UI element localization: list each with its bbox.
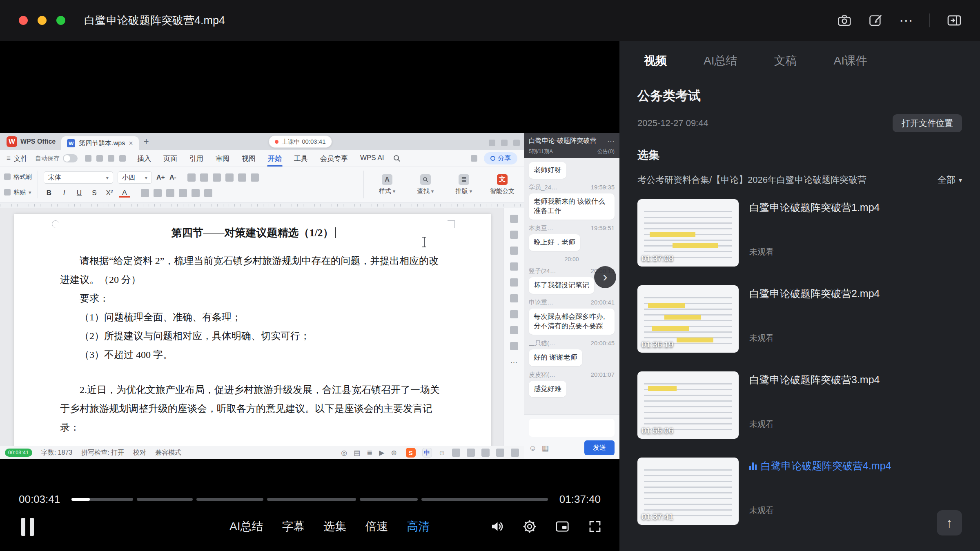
notes-button[interactable] bbox=[868, 13, 883, 28]
episode-item-2[interactable]: 01:36:19 白鹭申论破题阵突破营2.mp4 未观看 bbox=[619, 280, 980, 366]
menu-item-tools: 工具 bbox=[293, 151, 309, 166]
text-cursor bbox=[335, 227, 336, 238]
fullscreen-button[interactable] bbox=[588, 519, 602, 534]
episode-item-3[interactable]: 01:55:06 白鹭申论破题阵突破营3.mp4 未观看 bbox=[619, 366, 980, 452]
class-badge-label: 上课中 00:03:41 bbox=[282, 138, 326, 146]
chat-sender: 学员_24… bbox=[529, 184, 557, 191]
zoom-window-button[interactable] bbox=[56, 16, 65, 25]
recording-dot-icon bbox=[275, 140, 278, 144]
hamburger-icon: ≡ bbox=[7, 154, 11, 162]
side-tool-icon bbox=[510, 294, 518, 302]
document-text: 第四节——对策建议题精选（1/2） 请根据“给定资料 2”，梳理当前宽石镇乡村旅… bbox=[60, 225, 447, 437]
highlight-icon bbox=[204, 189, 212, 197]
pause-button[interactable] bbox=[21, 518, 38, 536]
outline-view-icon: ≣ bbox=[367, 449, 372, 456]
ai-summary-button[interactable]: AI总结 bbox=[229, 519, 263, 534]
apps-grid-icon bbox=[496, 449, 504, 457]
wps-logo-icon: W bbox=[7, 136, 17, 147]
speed-button[interactable]: 倍速 bbox=[365, 519, 388, 534]
typeset-label: 排版 bbox=[456, 187, 468, 195]
sidebar-collapse-button[interactable]: › bbox=[594, 266, 616, 288]
chat-bubble: 晚上好，老师 bbox=[529, 234, 580, 251]
episode-status: 未观看 bbox=[749, 505, 891, 516]
menu-item-insert: 插入 bbox=[136, 151, 152, 166]
tab-video[interactable]: 视频 bbox=[644, 53, 667, 69]
chat-bubble: 感觉好难 bbox=[529, 381, 566, 398]
compat-mode-label: 兼容模式 bbox=[155, 449, 181, 457]
arrow-up-icon: ↑ bbox=[946, 515, 953, 531]
chat-time: 20:01:07 bbox=[591, 371, 615, 379]
autosave-toggle bbox=[63, 154, 78, 162]
live-chat-panel: 白鹭申论·破题阵突破营 ⋯ 5期/11期A 公告(0) 老师好呀 学员_24… … bbox=[524, 133, 619, 459]
screenshot-button[interactable] bbox=[837, 13, 852, 28]
settings-button[interactable] bbox=[522, 519, 537, 534]
caret-down-icon: ▾ bbox=[431, 188, 434, 194]
menu-item-page: 页面 bbox=[163, 151, 178, 166]
smart-doc-button: 文 智能公文 bbox=[485, 169, 520, 200]
filter-dropdown[interactable]: 全部 ▾ bbox=[938, 174, 962, 186]
sidebar-toggle-button[interactable] bbox=[947, 13, 962, 28]
fit-window-icon bbox=[511, 449, 519, 457]
read-view-icon: ◎ bbox=[341, 449, 347, 456]
chat-sender: 本奥豆… bbox=[529, 224, 553, 232]
play-view-icon: ▶ bbox=[379, 449, 384, 456]
undo-icon bbox=[108, 155, 114, 162]
typeset-button: ≣ 排版 ▾ bbox=[446, 169, 481, 200]
episode-item-1[interactable]: 01:37:08 白鹭申论破题阵突破营1.mp4 未观看 bbox=[619, 193, 980, 280]
minimize-window-button[interactable] bbox=[38, 16, 47, 25]
chat-bubble: 坏了我都没记笔记 bbox=[529, 277, 594, 294]
class-timer-badge: 00:03:41 bbox=[5, 449, 32, 457]
open-file-location-button[interactable]: 打开文件位置 bbox=[893, 114, 962, 132]
file-date: 2025-12-27 09:44 bbox=[637, 118, 708, 129]
video-surface[interactable]: W WPS Office W 第四节题本.wps × + 上课中 00:03:4… bbox=[0, 133, 619, 459]
miniplayer-button[interactable] bbox=[555, 519, 570, 534]
playlist-button[interactable]: 选集 bbox=[323, 519, 346, 534]
chat-message: 本奥豆… 19:59:51 晚上好，老师 bbox=[529, 224, 615, 251]
autosave-label: 自动保存 bbox=[35, 155, 60, 162]
episode-status: 未观看 bbox=[749, 333, 880, 344]
print-icon bbox=[96, 155, 103, 162]
wps-toolbar: 格式刷 粘贴 ▾ 宋体 ▾ bbox=[0, 167, 524, 202]
chat-message: 申论重… 20:00:41 每次踩点都会踩多咋办, 分不清有的点要不要踩 bbox=[529, 299, 615, 335]
menu-item-reference: 引用 bbox=[189, 151, 204, 166]
class-in-session-badge: 上课中 00:03:41 bbox=[269, 136, 332, 148]
more-button[interactable]: ⋯ bbox=[899, 13, 913, 27]
font-color-button: A bbox=[119, 189, 130, 198]
chevron-down-icon: ▾ bbox=[959, 176, 962, 184]
chapter-segment bbox=[137, 498, 192, 501]
scroll-to-top-button[interactable]: ↑ bbox=[937, 510, 962, 535]
chapter-segment bbox=[360, 498, 418, 501]
wps-menubar: ≡ 文件 自动保存 插入 页面 bbox=[0, 150, 524, 167]
volume-button[interactable] bbox=[490, 519, 504, 534]
episode-thumbnail: 01:37:41 bbox=[637, 458, 739, 525]
player-right-buttons bbox=[490, 511, 602, 542]
breadcrumb[interactable]: 考公考研资料合集/【申论】2026年白鹭申论破题阵突破营 bbox=[637, 174, 866, 186]
search-icon bbox=[392, 154, 401, 163]
tab-ai-courseware[interactable]: AI课件 bbox=[833, 53, 867, 69]
tab-transcript[interactable]: 文稿 bbox=[774, 53, 797, 69]
caret-down-icon: ▾ bbox=[29, 189, 31, 196]
episode-title: 白鹭申论破题阵突破营4.mp4 bbox=[761, 459, 891, 473]
subtitles-button[interactable]: 字幕 bbox=[282, 519, 305, 534]
playlist-heading: 选集 bbox=[637, 148, 980, 162]
episode-duration: 01:55:06 bbox=[641, 426, 673, 435]
pause-icon bbox=[21, 518, 25, 536]
quality-button[interactable]: 高清 bbox=[407, 519, 430, 534]
insert-view-icon: ⊕ bbox=[391, 449, 396, 456]
indent-decrease-icon bbox=[213, 173, 221, 182]
episode-duration: 01:36:19 bbox=[641, 340, 673, 349]
new-tab-icon: + bbox=[144, 136, 149, 147]
emoji-icon: ☺ bbox=[439, 449, 445, 456]
note-edit-icon bbox=[868, 13, 883, 28]
word-count-label: 字数: 1873 bbox=[41, 449, 72, 457]
decrease-font-button: A- bbox=[169, 174, 176, 181]
tab-ai-summary[interactable]: AI总结 bbox=[704, 53, 737, 69]
document-paragraph: 2.近日，为优化文旅产业布局，促进乡村旅游升级发展，合江县宽石镇召开了一场关于乡… bbox=[60, 380, 447, 437]
file-menu: ≡ 文件 bbox=[7, 154, 28, 163]
close-window-button[interactable] bbox=[19, 16, 28, 25]
seek-bar[interactable] bbox=[71, 498, 548, 501]
episode-item-4-current[interactable]: 01:37:41 白鹭申论破题阵突破营4.mp4 未观看 bbox=[619, 452, 980, 538]
more-icon: ⋯ bbox=[899, 13, 913, 27]
fullscreen-icon bbox=[588, 519, 602, 534]
window-controls bbox=[19, 16, 65, 25]
